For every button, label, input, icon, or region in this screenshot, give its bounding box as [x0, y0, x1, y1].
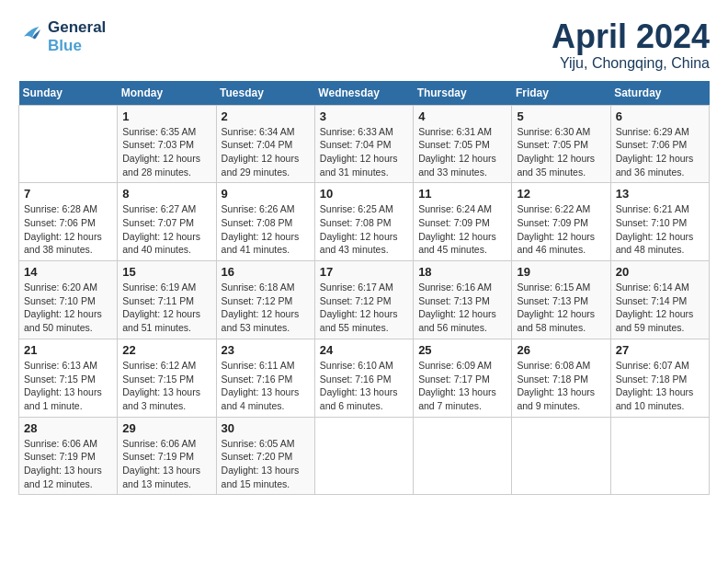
day-info: Sunrise: 6:28 AM Sunset: 7:06 PM Dayligh… — [24, 202, 112, 257]
day-info: Sunrise: 6:24 AM Sunset: 7:09 PM Dayligh… — [418, 202, 506, 257]
calendar-cell: 22Sunrise: 6:12 AM Sunset: 7:15 PM Dayli… — [118, 339, 216, 417]
day-info: Sunrise: 6:34 AM Sunset: 7:04 PM Dayligh… — [222, 125, 310, 179]
day-number: 2 — [222, 109, 310, 123]
day-number: 12 — [517, 187, 605, 201]
day-info: Sunrise: 6:05 AM Sunset: 7:20 PM Dayligh… — [222, 437, 310, 491]
day-number: 8 — [122, 187, 210, 201]
calendar-cell: 2Sunrise: 6:34 AM Sunset: 7:04 PM Daylig… — [216, 105, 314, 183]
logo-line1: General — [48, 18, 106, 37]
calendar-header-row: SundayMondayTuesdayWednesdayThursdayFrid… — [19, 81, 710, 106]
calendar-cell — [610, 417, 709, 495]
day-number: 6 — [616, 109, 704, 123]
logo: General Blue — [18, 18, 106, 56]
day-number: 28 — [24, 421, 112, 435]
calendar-day-header: Sunday — [19, 81, 118, 106]
calendar-cell — [414, 417, 512, 495]
day-info: Sunrise: 6:27 AM Sunset: 7:07 PM Dayligh… — [122, 202, 210, 257]
day-number: 21 — [24, 343, 112, 357]
day-number: 7 — [24, 187, 112, 201]
calendar-body: 1Sunrise: 6:35 AM Sunset: 7:03 PM Daylig… — [19, 105, 710, 495]
day-number: 1 — [122, 109, 210, 123]
day-number: 9 — [222, 187, 310, 201]
page-header: General Blue April 2024 Yiju, Chongqing,… — [18, 18, 710, 72]
day-info: Sunrise: 6:19 AM Sunset: 7:11 PM Dayligh… — [122, 281, 210, 335]
day-info: Sunrise: 6:35 AM Sunset: 7:03 PM Dayligh… — [122, 125, 210, 179]
day-info: Sunrise: 6:16 AM Sunset: 7:13 PM Dayligh… — [418, 281, 506, 335]
calendar-cell: 29Sunrise: 6:06 AM Sunset: 7:19 PM Dayli… — [118, 417, 216, 495]
day-info: Sunrise: 6:20 AM Sunset: 7:10 PM Dayligh… — [24, 281, 112, 335]
calendar-day-header: Monday — [118, 81, 216, 106]
calendar-cell — [512, 417, 610, 495]
day-info: Sunrise: 6:15 AM Sunset: 7:13 PM Dayligh… — [517, 281, 605, 335]
day-info: Sunrise: 6:06 AM Sunset: 7:19 PM Dayligh… — [122, 437, 210, 491]
calendar-cell: 11Sunrise: 6:24 AM Sunset: 7:09 PM Dayli… — [414, 183, 512, 261]
title-block: April 2024 Yiju, Chongqing, China — [552, 18, 710, 72]
calendar-cell: 24Sunrise: 6:10 AM Sunset: 7:16 PM Dayli… — [314, 339, 413, 417]
day-number: 23 — [222, 343, 310, 357]
calendar-week-row: 28Sunrise: 6:06 AM Sunset: 7:19 PM Dayli… — [19, 417, 710, 495]
day-info: Sunrise: 6:07 AM Sunset: 7:18 PM Dayligh… — [616, 359, 704, 413]
month-title: April 2024 — [552, 18, 710, 55]
calendar-day-header: Saturday — [610, 81, 709, 106]
day-number: 10 — [320, 187, 408, 201]
calendar-cell: 4Sunrise: 6:31 AM Sunset: 7:05 PM Daylig… — [414, 105, 512, 183]
day-info: Sunrise: 6:18 AM Sunset: 7:12 PM Dayligh… — [222, 281, 310, 335]
day-number: 15 — [122, 265, 210, 279]
calendar-cell: 21Sunrise: 6:13 AM Sunset: 7:15 PM Dayli… — [19, 339, 118, 417]
calendar-table: SundayMondayTuesdayWednesdayThursdayFrid… — [18, 81, 710, 496]
calendar-day-header: Tuesday — [216, 81, 314, 106]
calendar-cell: 1Sunrise: 6:35 AM Sunset: 7:03 PM Daylig… — [118, 105, 216, 183]
day-info: Sunrise: 6:30 AM Sunset: 7:05 PM Dayligh… — [517, 125, 605, 179]
day-number: 4 — [418, 109, 506, 123]
day-number: 30 — [222, 421, 310, 435]
calendar-cell — [19, 105, 118, 183]
calendar-day-header: Wednesday — [314, 81, 413, 106]
day-number: 11 — [418, 187, 506, 201]
day-number: 29 — [122, 421, 210, 435]
day-info: Sunrise: 6:22 AM Sunset: 7:09 PM Dayligh… — [517, 202, 605, 257]
calendar-cell: 30Sunrise: 6:05 AM Sunset: 7:20 PM Dayli… — [216, 417, 314, 495]
day-info: Sunrise: 6:14 AM Sunset: 7:14 PM Dayligh… — [616, 281, 704, 335]
calendar-cell: 3Sunrise: 6:33 AM Sunset: 7:04 PM Daylig… — [314, 105, 413, 183]
calendar-cell: 20Sunrise: 6:14 AM Sunset: 7:14 PM Dayli… — [610, 261, 709, 339]
calendar-cell: 15Sunrise: 6:19 AM Sunset: 7:11 PM Dayli… — [118, 261, 216, 339]
calendar-cell: 12Sunrise: 6:22 AM Sunset: 7:09 PM Dayli… — [512, 183, 610, 261]
logo-line2: Blue — [48, 37, 106, 55]
day-number: 20 — [616, 265, 704, 279]
day-info: Sunrise: 6:10 AM Sunset: 7:16 PM Dayligh… — [320, 359, 408, 413]
calendar-cell: 25Sunrise: 6:09 AM Sunset: 7:17 PM Dayli… — [414, 339, 512, 417]
day-info: Sunrise: 6:09 AM Sunset: 7:17 PM Dayligh… — [418, 359, 506, 413]
calendar-cell: 19Sunrise: 6:15 AM Sunset: 7:13 PM Dayli… — [512, 261, 610, 339]
day-info: Sunrise: 6:26 AM Sunset: 7:08 PM Dayligh… — [222, 202, 310, 257]
calendar-cell: 14Sunrise: 6:20 AM Sunset: 7:10 PM Dayli… — [19, 261, 118, 339]
day-number: 18 — [418, 265, 506, 279]
calendar-day-header: Thursday — [414, 81, 512, 106]
day-number: 26 — [517, 343, 605, 357]
day-info: Sunrise: 6:25 AM Sunset: 7:08 PM Dayligh… — [320, 202, 408, 257]
day-number: 24 — [320, 343, 408, 357]
day-info: Sunrise: 6:33 AM Sunset: 7:04 PM Dayligh… — [320, 125, 408, 179]
calendar-week-row: 14Sunrise: 6:20 AM Sunset: 7:10 PM Dayli… — [19, 261, 710, 339]
calendar-cell: 5Sunrise: 6:30 AM Sunset: 7:05 PM Daylig… — [512, 105, 610, 183]
location-title: Yiju, Chongqing, China — [552, 55, 710, 72]
calendar-cell: 18Sunrise: 6:16 AM Sunset: 7:13 PM Dayli… — [414, 261, 512, 339]
day-info: Sunrise: 6:11 AM Sunset: 7:16 PM Dayligh… — [222, 359, 310, 413]
day-number: 25 — [418, 343, 506, 357]
day-number: 16 — [222, 265, 310, 279]
day-number: 22 — [122, 343, 210, 357]
calendar-cell: 27Sunrise: 6:07 AM Sunset: 7:18 PM Dayli… — [610, 339, 709, 417]
calendar-cell: 23Sunrise: 6:11 AM Sunset: 7:16 PM Dayli… — [216, 339, 314, 417]
day-info: Sunrise: 6:21 AM Sunset: 7:10 PM Dayligh… — [616, 202, 704, 257]
calendar-cell: 7Sunrise: 6:28 AM Sunset: 7:06 PM Daylig… — [19, 183, 118, 261]
calendar-cell: 10Sunrise: 6:25 AM Sunset: 7:08 PM Dayli… — [314, 183, 413, 261]
calendar-week-row: 21Sunrise: 6:13 AM Sunset: 7:15 PM Dayli… — [19, 339, 710, 417]
day-info: Sunrise: 6:17 AM Sunset: 7:12 PM Dayligh… — [320, 281, 408, 335]
calendar-cell: 13Sunrise: 6:21 AM Sunset: 7:10 PM Dayli… — [610, 183, 709, 261]
calendar-week-row: 7Sunrise: 6:28 AM Sunset: 7:06 PM Daylig… — [19, 183, 710, 261]
day-number: 17 — [320, 265, 408, 279]
day-info: Sunrise: 6:12 AM Sunset: 7:15 PM Dayligh… — [122, 359, 210, 413]
day-info: Sunrise: 6:29 AM Sunset: 7:06 PM Dayligh… — [616, 125, 704, 179]
calendar-cell: 28Sunrise: 6:06 AM Sunset: 7:19 PM Dayli… — [19, 417, 118, 495]
day-info: Sunrise: 6:08 AM Sunset: 7:18 PM Dayligh… — [517, 359, 605, 413]
calendar-week-row: 1Sunrise: 6:35 AM Sunset: 7:03 PM Daylig… — [19, 105, 710, 183]
